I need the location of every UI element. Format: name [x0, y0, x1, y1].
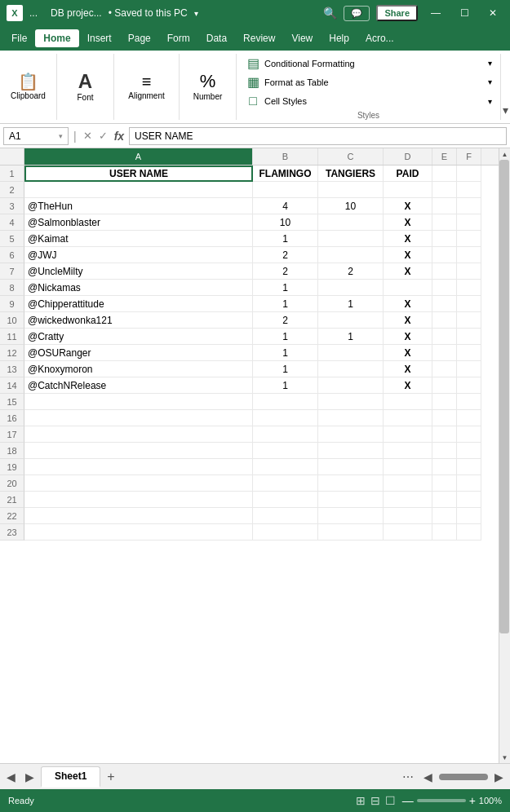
horizontal-scrollbar[interactable] [439, 774, 488, 780]
cell-c2[interactable] [318, 182, 384, 198]
cell-f16[interactable] [457, 410, 481, 426]
cell-f8[interactable] [457, 280, 481, 296]
cell-c6[interactable] [318, 247, 384, 263]
cell-e20[interactable] [432, 475, 457, 492]
cell-f9[interactable] [457, 296, 481, 312]
cell-d23[interactable] [384, 524, 432, 541]
cell-f20[interactable] [457, 475, 481, 492]
cell-a18[interactable] [24, 443, 253, 459]
sheet-nav-right[interactable]: ▶ [22, 769, 38, 785]
row-number[interactable]: 11 [0, 329, 24, 345]
cell-c1[interactable]: TANGIERS [318, 165, 384, 182]
cell-styles-button[interactable]: □ Cell Styles ▾ [242, 92, 495, 111]
cell-c21[interactable] [318, 492, 384, 508]
cell-d14[interactable]: X [384, 377, 432, 394]
cell-c14[interactable] [318, 377, 384, 394]
sheet-tab-sheet1[interactable]: Sheet1 [41, 766, 100, 788]
cell-b23[interactable] [253, 524, 318, 541]
zoom-plus[interactable]: + [469, 794, 476, 807]
cell-c15[interactable] [318, 394, 384, 410]
menu-home[interactable]: Home [35, 29, 78, 47]
cell-d13[interactable]: X [384, 361, 432, 377]
cell-d17[interactable] [384, 426, 432, 443]
comment-button[interactable]: 💬 [344, 6, 370, 21]
share-button[interactable]: Share [376, 5, 418, 21]
cell-f4[interactable] [457, 214, 481, 231]
cell-a6[interactable]: @JWJ [24, 247, 253, 263]
cell-f19[interactable] [457, 459, 481, 475]
cell-c8[interactable] [318, 280, 384, 296]
close-button[interactable]: ✕ [482, 6, 503, 20]
scrollbar-track[interactable] [499, 160, 510, 752]
cell-f2[interactable] [457, 182, 481, 198]
font-button[interactable]: A Font [73, 70, 96, 104]
cell-b15[interactable] [253, 394, 318, 410]
cell-f21[interactable] [457, 492, 481, 508]
cell-b10[interactable]: 2 [253, 312, 318, 329]
row-number[interactable]: 14 [0, 377, 24, 394]
cell-b8[interactable]: 1 [253, 280, 318, 296]
cell-d1[interactable]: PAID [384, 165, 432, 182]
format-as-table-button[interactable]: ▦ Format as Table ▾ [242, 73, 495, 91]
sheet-nav-left[interactable]: ◀ [3, 769, 19, 785]
cell-b14[interactable]: 1 [253, 377, 318, 394]
cell-e18[interactable] [432, 443, 457, 459]
cell-f12[interactable] [457, 345, 481, 361]
cell-d6[interactable]: X [384, 247, 432, 263]
cell-c9[interactable]: 1 [318, 296, 384, 312]
cell-e2[interactable] [432, 182, 457, 198]
cell-b3[interactable]: 4 [253, 198, 318, 214]
formula-confirm-icon[interactable]: ✓ [97, 128, 109, 143]
title-dropdown[interactable]: ▾ [194, 9, 198, 18]
page-break-icon[interactable]: ☐ [385, 794, 396, 807]
vertical-scrollbar[interactable]: ▲ ▼ [499, 148, 510, 763]
cell-b6[interactable]: 2 [253, 247, 318, 263]
cell-d10[interactable]: X [384, 312, 432, 329]
cell-e15[interactable] [432, 394, 457, 410]
cell-d5[interactable]: X [384, 231, 432, 247]
cell-f15[interactable] [457, 394, 481, 410]
cell-b12[interactable]: 1 [253, 345, 318, 361]
cell-b7[interactable]: 2 [253, 263, 318, 280]
number-button[interactable]: % Number [190, 71, 226, 103]
cell-a1[interactable]: USER NAME [24, 165, 253, 182]
col-header-b[interactable]: B [253, 148, 318, 165]
row-number[interactable]: 3 [0, 198, 24, 214]
cell-b22[interactable] [253, 508, 318, 524]
cell-a9[interactable]: @Chipperattitude [24, 296, 253, 312]
cell-d9[interactable]: X [384, 296, 432, 312]
cell-a16[interactable] [24, 410, 253, 426]
row-number[interactable]: 5 [0, 231, 24, 247]
cell-b19[interactable] [253, 459, 318, 475]
cell-f11[interactable] [457, 329, 481, 345]
sheet-scroll-right[interactable]: ▶ [491, 769, 507, 785]
row-number[interactable]: 10 [0, 312, 24, 329]
menu-insert[interactable]: Insert [79, 29, 120, 47]
row-number[interactable]: 20 [0, 475, 24, 492]
cell-a14[interactable]: @CatchNRelease [24, 377, 253, 394]
col-header-f[interactable]: F [457, 148, 481, 165]
cell-a7[interactable]: @UncleMilty [24, 263, 253, 280]
cell-a3[interactable]: @TheHun [24, 198, 253, 214]
cell-styles-dropdown[interactable]: ▾ [488, 97, 492, 106]
cell-c17[interactable] [318, 426, 384, 443]
page-layout-icon[interactable]: ⊟ [370, 794, 380, 807]
row-number[interactable]: 12 [0, 345, 24, 361]
cell-c20[interactable] [318, 475, 384, 492]
row-number[interactable]: 7 [0, 263, 24, 280]
row-number[interactable]: 6 [0, 247, 24, 263]
cell-e17[interactable] [432, 426, 457, 443]
cell-f22[interactable] [457, 508, 481, 524]
cell-c3[interactable]: 10 [318, 198, 384, 214]
cell-e9[interactable] [432, 296, 457, 312]
cell-d22[interactable] [384, 508, 432, 524]
cell-f3[interactable] [457, 198, 481, 214]
menu-acro[interactable]: Acro... [357, 29, 402, 47]
row-number[interactable]: 21 [0, 492, 24, 508]
cell-c16[interactable] [318, 410, 384, 426]
sheet-more-button[interactable]: ⋯ [399, 769, 417, 785]
cell-b9[interactable]: 1 [253, 296, 318, 312]
cell-d3[interactable]: X [384, 198, 432, 214]
cell-d16[interactable] [384, 410, 432, 426]
sheet-scroll-left[interactable]: ◀ [420, 769, 436, 785]
